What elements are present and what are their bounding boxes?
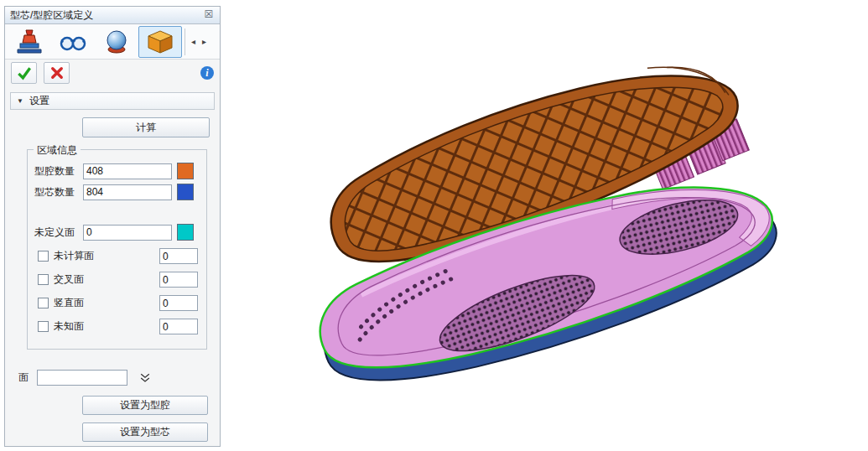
calculate-button[interactable]: 计算 <box>82 117 210 137</box>
collapse-triangle-icon: ▼ <box>17 97 23 105</box>
red-x-icon <box>49 65 65 80</box>
crossing-face-input[interactable] <box>159 272 198 288</box>
unknown-face-checkbox[interactable] <box>38 321 49 332</box>
green-check-icon <box>16 65 33 81</box>
unknown-face-row: 未知面 <box>38 319 200 334</box>
uncalculated-face-input[interactable] <box>159 248 198 264</box>
unknown-face-input[interactable] <box>159 319 198 334</box>
unknown-face-label: 未知面 <box>54 319 159 334</box>
face-input[interactable] <box>37 370 127 386</box>
uncalculated-face-checkbox[interactable] <box>38 251 49 262</box>
toolbar-separator <box>185 29 185 55</box>
set-as-core-button[interactable]: 设置为型芯 <box>82 422 208 442</box>
uncalculated-face-label: 未计算面 <box>54 249 159 263</box>
core-color-swatch[interactable] <box>177 184 194 200</box>
undefined-face-label: 未定义面 <box>34 226 83 240</box>
region-info-group: 区域信息 型腔数量 型芯数量 未定义面 未计算面 <box>27 149 207 350</box>
sphere-tool[interactable] <box>95 26 138 58</box>
region-box-tool[interactable] <box>138 26 182 58</box>
region-info-title: 区域信息 <box>34 143 81 158</box>
cavity-color-swatch[interactable] <box>177 163 194 179</box>
scroll-left-button[interactable]: ◂ <box>188 26 199 58</box>
sphere-icon <box>101 27 132 57</box>
vertical-face-label: 竖直面 <box>54 296 159 310</box>
panel-title: 型芯/型腔区域定义 <box>10 8 203 23</box>
crossing-face-row: 交叉面 <box>38 272 200 288</box>
stamp-tool-icon <box>14 27 44 57</box>
cavity-count-input[interactable] <box>83 163 172 179</box>
undefined-face-row: 未定义面 <box>34 224 200 241</box>
panel-toolbar: ◂ ▸ <box>5 24 220 60</box>
orange-box-icon <box>145 27 175 57</box>
glasses-view-tool[interactable] <box>51 26 95 58</box>
crossing-face-label: 交叉面 <box>54 272 159 287</box>
ok-button[interactable] <box>11 62 37 84</box>
shoe-sole-model[interactable] <box>218 0 868 451</box>
panel-titlebar[interactable]: 型芯/型腔区域定义 ☒ <box>5 7 220 24</box>
confirm-row: i <box>5 60 220 86</box>
uncalculated-face-row: 未计算面 <box>38 248 200 264</box>
scroll-right-button[interactable]: ▸ <box>199 26 210 58</box>
face-select-row: 面 <box>18 370 211 386</box>
cavity-count-label: 型腔数量 <box>34 164 83 179</box>
cavity-count-row: 型腔数量 <box>34 163 200 179</box>
application-window: 型芯/型腔区域定义 ☒ <box>0 0 868 451</box>
undefined-face-input[interactable] <box>83 225 172 241</box>
mold-region-panel: 型芯/型腔区域定义 ☒ <box>4 6 221 447</box>
undefined-color-swatch[interactable] <box>177 224 194 241</box>
mold-parting-tool-icon[interactable] <box>8 26 51 58</box>
face-label: 面 <box>18 371 29 385</box>
cancel-button[interactable] <box>44 62 70 84</box>
3d-viewport[interactable] <box>218 0 868 451</box>
core-count-row: 型芯数量 <box>34 184 200 200</box>
crossing-face-checkbox[interactable] <box>38 274 49 285</box>
info-icon[interactable]: i <box>200 66 214 80</box>
glasses-icon <box>58 27 88 57</box>
vertical-face-input[interactable] <box>159 295 198 311</box>
vertical-face-row: 竖直面 <box>38 295 200 311</box>
close-icon[interactable]: ☒ <box>203 9 215 21</box>
core-count-label: 型芯数量 <box>34 185 83 200</box>
core-count-input[interactable] <box>83 184 172 200</box>
settings-label: 设置 <box>29 94 49 108</box>
set-as-cavity-button[interactable]: 设置为型腔 <box>82 396 208 415</box>
expand-double-chevron-icon[interactable] <box>136 371 154 386</box>
settings-section-header[interactable]: ▼ 设置 <box>10 92 215 110</box>
vertical-face-checkbox[interactable] <box>38 298 49 308</box>
